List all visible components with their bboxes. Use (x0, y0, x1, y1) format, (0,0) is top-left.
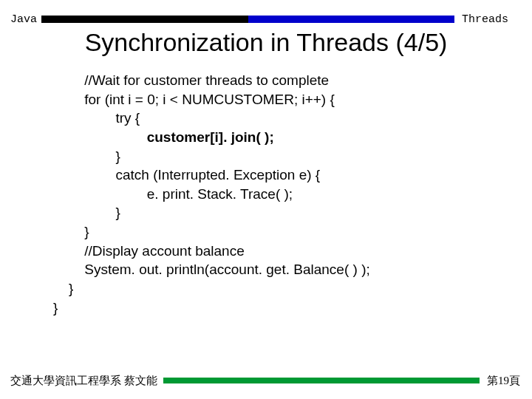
footer-rule (163, 378, 480, 383)
footer-bar: 交通大學資訊工程學系 蔡文能 第19頁 (0, 375, 532, 386)
header-right-label: Threads (454, 13, 532, 26)
footer-page-number: 第19頁 (480, 374, 532, 388)
header-rule-right (248, 16, 454, 23)
code-line-bold: customer[i]. join( ); (53, 129, 274, 145)
code-line: //Wait for customer threads to complete (53, 72, 329, 88)
header-left-label: Java (0, 13, 41, 26)
code-line: } (53, 300, 58, 316)
code-line: } (53, 224, 89, 239)
code-block: //Wait for customer threads to complete … (53, 71, 370, 317)
footer-left-label: 交通大學資訊工程學系 蔡文能 (0, 374, 163, 388)
code-line: //Display account balance (53, 243, 245, 259)
code-line: try { (53, 110, 140, 126)
code-line: } (53, 205, 120, 220)
slide-title: Synchronization in Threads (4/5) (0, 28, 532, 57)
code-line: } (53, 149, 120, 164)
code-line: System. out. println(account. get. Balan… (53, 262, 370, 277)
header-bar: Java Threads (0, 13, 532, 25)
code-line: e. print. Stack. Trace( ); (53, 186, 293, 202)
header-rule-left (41, 16, 248, 23)
code-line: for (int i = 0; i < NUMCUSTOMER; i++) { (53, 92, 335, 107)
code-line: } (53, 281, 73, 296)
code-line: catch (Interrupted. Exception e) { (53, 167, 320, 183)
